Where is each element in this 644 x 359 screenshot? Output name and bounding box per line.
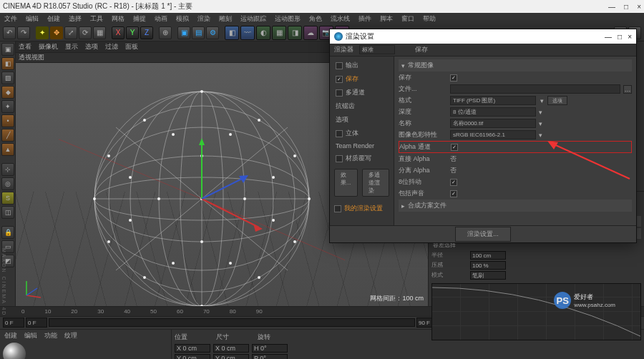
file-input[interactable] [450, 84, 620, 94]
cat-options[interactable]: 选项 [333, 114, 391, 126]
menu-tools[interactable]: 工具 [90, 14, 103, 24]
timeline-start-field[interactable]: 0 F [3, 318, 24, 328]
menu-mesh[interactable]: 网格 [112, 14, 125, 24]
cat-teamrender[interactable]: Team Render [333, 141, 391, 151]
cat-stereo[interactable]: 立体 [333, 127, 391, 139]
mat-tab-create[interactable]: 创建 [4, 331, 17, 341]
viewport-options-menu[interactable]: 选项 [85, 42, 98, 51]
effects-button[interactable]: 效果... [334, 169, 358, 197]
make-editable-button[interactable]: ▣ [1, 43, 14, 56]
name-select[interactable]: 名称0000.tif [450, 119, 536, 128]
menu-animate[interactable]: 动画 [155, 14, 167, 24]
rotate-tool[interactable]: ⟳ [79, 26, 92, 39]
colorprofile-select[interactable]: sRGB IEC61966-2.1 [450, 130, 536, 139]
menu-character[interactable]: 角色 [309, 14, 322, 24]
viewport-view-menu[interactable]: 查看 [19, 42, 31, 51]
cat-multipass[interactable]: 多通道 [333, 87, 391, 99]
mat-tab-texture[interactable]: 纹理 [64, 331, 77, 341]
menu-file[interactable]: 文件 [4, 14, 17, 24]
menu-tracker[interactable]: 运动跟踪 [240, 14, 266, 24]
spline-button[interactable]: 〰 [240, 26, 255, 40]
move-tool[interactable]: ✥ [50, 26, 63, 39]
nurbs-button[interactable]: ◐ [256, 26, 270, 40]
cat-override[interactable]: 材质覆写 [333, 152, 391, 164]
recent-tool[interactable]: ▦ [93, 26, 106, 39]
coord-h[interactable]: H 0° [252, 344, 288, 353]
menu-simulate[interactable]: 模拟 [176, 14, 189, 24]
render-settings-button[interactable]: ⚙ [206, 26, 219, 39]
point-mode-button[interactable]: • [1, 114, 14, 127]
dialog-renderer-select[interactable]: 标准 [359, 45, 395, 54]
depth-select[interactable]: 8 位/通道 [450, 107, 536, 117]
sound-checkbox[interactable]: ✓ [450, 190, 457, 197]
menu-script[interactable]: 脚本 [380, 14, 393, 24]
coord-sys-button[interactable]: ⊕ [159, 26, 172, 39]
object-mode-button[interactable]: ◆ [1, 86, 14, 99]
format-options-button[interactable]: 选项 [547, 96, 567, 105]
deformer-button[interactable]: ◨ [288, 26, 302, 40]
viewport-camera-menu[interactable]: 摄像机 [39, 42, 58, 51]
coord-y[interactable]: Y 0 cm [175, 354, 210, 359]
attr-pressure-field[interactable]: 100 % [470, 261, 506, 270]
enable-axis-button[interactable]: ⊹ [1, 163, 14, 176]
menu-mograph[interactable]: 运动图形 [275, 14, 301, 24]
save-checkbox[interactable]: ✓ [450, 74, 457, 82]
axis-z-button[interactable]: Z [140, 26, 153, 39]
coord-x[interactable]: X 0 cm [175, 344, 210, 353]
menu-render[interactable]: 渲染 [197, 14, 210, 24]
minimize-button[interactable]: — [608, 3, 615, 11]
redo-button[interactable]: ↷ [17, 26, 30, 39]
model-mode-button[interactable]: ◧ [1, 57, 14, 70]
generator-button[interactable]: ▦ [272, 26, 286, 40]
menu-help[interactable]: 帮助 [423, 14, 436, 24]
coord-sx[interactable]: X 0 cm [213, 344, 249, 353]
dialog-minimize[interactable]: — [605, 33, 612, 41]
axis-mode-button[interactable]: ✦ [1, 100, 14, 113]
axis-y-button[interactable]: Y [126, 26, 139, 39]
dialog-close[interactable]: × [628, 33, 632, 41]
dither-checkbox[interactable]: ✓ [450, 179, 457, 186]
file-browse-button[interactable]: … [623, 85, 632, 94]
scale-tool[interactable]: ⤢ [64, 26, 77, 39]
close-button[interactable]: × [637, 3, 641, 11]
viewport-solo-button[interactable]: ◎ [1, 177, 14, 190]
attr-radius-field[interactable]: 100 cm [470, 251, 506, 260]
material-preview[interactable] [3, 343, 26, 359]
menu-select[interactable]: 选择 [69, 14, 82, 24]
coord-sy[interactable]: Y 0 cm [213, 354, 249, 359]
cat-save[interactable]: ✓保存 [333, 73, 391, 85]
timeline-slider[interactable] [49, 318, 415, 327]
render-settings-apply-button[interactable]: 渲染设置... [455, 227, 511, 242]
menu-sculpt[interactable]: 雕刻 [219, 14, 232, 24]
viewport-panel-menu[interactable]: 面板 [125, 42, 138, 51]
live-select-tool[interactable]: ✦ [36, 26, 49, 39]
menu-create[interactable]: 创建 [47, 14, 60, 24]
menu-edit[interactable]: 编辑 [26, 14, 39, 24]
my-render-settings[interactable]: 我的渲染设置 [333, 201, 391, 216]
texture-mode-button[interactable]: ▨ [1, 72, 14, 84]
dialog-maximize[interactable]: □ [618, 33, 622, 41]
primitive-cube-button[interactable]: ◧ [225, 26, 239, 40]
mat-tab-func[interactable]: 功能 [44, 331, 57, 341]
viewport-display-menu[interactable]: 显示 [65, 42, 78, 51]
axis-x-button[interactable]: X [112, 26, 125, 39]
dialog-titlebar[interactable]: 渲染设置 — □ × [330, 29, 636, 44]
mat-tab-edit[interactable]: 编辑 [24, 331, 37, 341]
undo-button[interactable]: ↶ [3, 26, 16, 39]
workplane-button[interactable]: ◫ [1, 206, 14, 219]
timeline-current-field[interactable]: 0 F [26, 318, 47, 328]
maximize-button[interactable]: □ [624, 3, 628, 11]
menu-window[interactable]: 窗口 [401, 14, 414, 24]
dialog-tab-renderer[interactable]: 渲染器 [334, 45, 353, 54]
attr-type-field[interactable]: 笔刷 [470, 271, 506, 280]
snap-button[interactable]: S [1, 192, 14, 205]
polygon-mode-button[interactable]: ▲ [1, 143, 14, 156]
cat-output[interactable]: 输出 [333, 59, 391, 72]
coord-p[interactable]: P 0° [252, 354, 288, 359]
format-select[interactable]: TIFF (PSD 图层) [450, 96, 536, 105]
section-regular-image[interactable]: ▾ 常规图像 [399, 59, 632, 72]
cat-aa[interactable]: 抗锯齿 [333, 100, 391, 112]
section-compositing[interactable]: ▸ 合成方案文件 [399, 200, 632, 212]
menu-snap[interactable]: 捕捉 [133, 14, 146, 24]
edge-mode-button[interactable]: ╱ [1, 129, 14, 142]
